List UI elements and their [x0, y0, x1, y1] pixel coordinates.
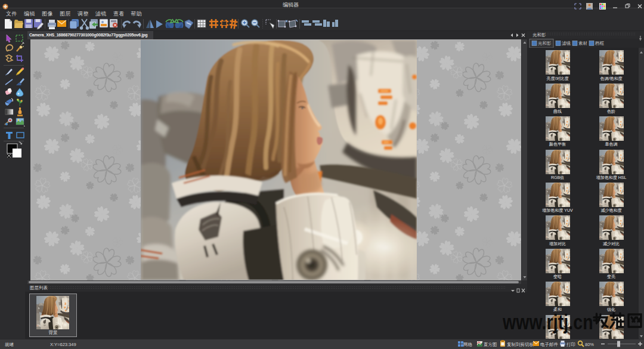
svg-text:www.rjtj.cn: www.rjtj.cn: [503, 310, 593, 333]
